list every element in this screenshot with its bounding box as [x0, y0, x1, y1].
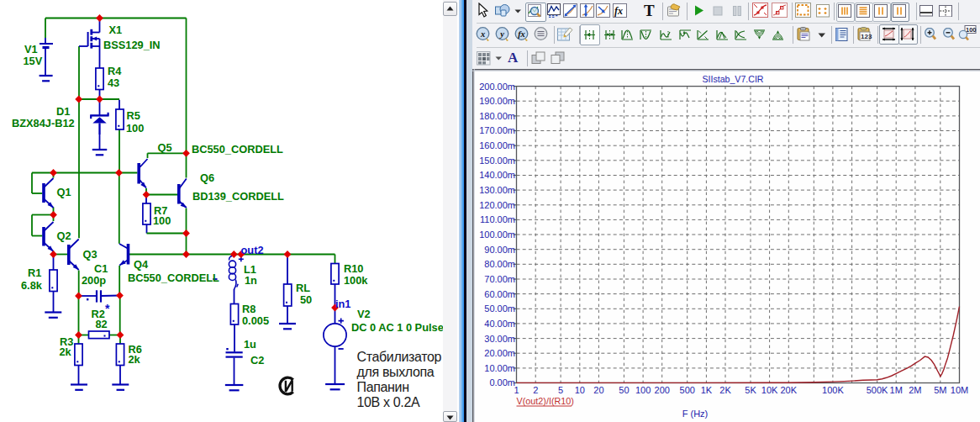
svg-text:BD139_CORDELL: BD139_CORDELL: [192, 190, 284, 203]
svg-text:20.00m: 20.00m: [484, 348, 515, 358]
svg-text:10: 10: [575, 385, 585, 395]
svg-text:BC550_CORDELL: BC550_CORDELL: [128, 272, 219, 284]
svg-text:150.00m: 150.00m: [479, 156, 515, 166]
svg-text:100k: 100k: [344, 274, 368, 287]
svg-text:Стабилизатор: Стабилизатор: [357, 350, 442, 364]
svg-text:130.00m: 130.00m: [479, 185, 515, 195]
svg-text:20: 20: [593, 385, 603, 395]
svg-text:1u: 1u: [244, 338, 256, 351]
svg-text:fx: fx: [518, 29, 525, 39]
svg-text:in1: in1: [335, 298, 351, 310]
svg-text:R1: R1: [28, 266, 41, 279]
svg-text:2M: 2M: [909, 385, 921, 395]
svg-text:fx: fx: [614, 5, 623, 17]
svg-text:170.00m: 170.00m: [479, 125, 515, 135]
svg-text:R10: R10: [344, 262, 363, 275]
svg-text:RL: RL: [296, 282, 310, 294]
svg-text:6.8k: 6.8k: [21, 279, 43, 292]
svg-text:43: 43: [108, 76, 119, 89]
svg-text:BC550_CORDELL: BC550_CORDELL: [192, 143, 283, 156]
svg-text:1M: 1M: [890, 385, 903, 395]
svg-text:*: *: [105, 302, 110, 315]
svg-text:2k: 2k: [129, 353, 141, 366]
svg-text:Папанин: Папанин: [357, 380, 409, 394]
svg-text:40.00m: 40.00m: [484, 319, 515, 329]
svg-text:Q1: Q1: [57, 186, 71, 198]
svg-text:140.00m: 140.00m: [479, 170, 515, 180]
svg-text:120.00m: 120.00m: [479, 200, 515, 210]
svg-text:10.00m: 10.00m: [484, 363, 515, 373]
svg-text:90.00m: 90.00m: [484, 245, 515, 255]
svg-text:180.00m: 180.00m: [479, 111, 515, 121]
svg-text:50: 50: [300, 293, 312, 306]
svg-text:70.00m: 70.00m: [484, 274, 515, 284]
svg-text:R5: R5: [127, 109, 140, 122]
svg-text:2: 2: [533, 385, 538, 395]
svg-text:Q5: Q5: [158, 141, 172, 154]
svg-text:1K: 1K: [701, 385, 713, 395]
svg-text:5: 5: [558, 385, 563, 395]
svg-text:2K: 2K: [719, 385, 731, 395]
svg-text:100: 100: [126, 122, 144, 135]
svg-text:V(out2)/I(R10): V(out2)/I(R10): [517, 396, 574, 406]
svg-text:82: 82: [96, 318, 108, 330]
svg-text:50: 50: [619, 385, 629, 395]
svg-text:Q4: Q4: [134, 258, 149, 271]
svg-text:DC 0 AC 1 0 Pulse: DC 0 AC 1 0 Pulse: [351, 321, 444, 334]
svg-text:5M: 5M: [934, 385, 946, 395]
svg-text:20K: 20K: [781, 385, 798, 395]
svg-text:30.00m: 30.00m: [484, 334, 515, 344]
svg-text:1n: 1n: [245, 274, 257, 287]
svg-text:200p: 200p: [82, 274, 106, 287]
svg-text:190.00m: 190.00m: [479, 96, 515, 106]
svg-text:0.005: 0.005: [242, 314, 269, 327]
svg-text:100K: 100K: [822, 385, 844, 395]
svg-text:для выхлопа: для выхлопа: [357, 365, 435, 379]
svg-text:10K: 10K: [761, 385, 778, 395]
svg-text:BZX84J-B12: BZX84J-B12: [12, 117, 75, 129]
svg-text:0.00m: 0.00m: [489, 377, 515, 388]
svg-text:50.00m: 50.00m: [484, 303, 515, 314]
svg-text:500: 500: [680, 385, 695, 395]
svg-text:110.00m: 110.00m: [480, 214, 515, 224]
svg-text:100: 100: [966, 26, 977, 34]
svg-text:10В x 0.2А: 10В x 0.2А: [357, 395, 420, 409]
svg-text:x: x: [480, 29, 485, 39]
svg-text:100.00m: 100.00m: [479, 229, 515, 240]
svg-text:1: 1: [514, 385, 519, 395]
svg-text:100: 100: [153, 214, 171, 227]
svg-text:60.00m: 60.00m: [484, 289, 515, 299]
svg-text:Q6: Q6: [200, 171, 214, 184]
svg-text:D1: D1: [56, 105, 70, 118]
svg-text:F (Hz): F (Hz): [682, 409, 709, 419]
svg-text:160.00m: 160.00m: [479, 140, 515, 150]
svg-text:200: 200: [655, 385, 670, 395]
svg-text:out2: out2: [241, 244, 264, 256]
svg-text:V2: V2: [357, 308, 371, 320]
svg-text:Q2: Q2: [57, 229, 71, 242]
svg-text:SIIstab_V7.CIR: SIIstab_V7.CIR: [702, 74, 763, 84]
svg-text:10M: 10M: [951, 385, 968, 395]
svg-text:C2: C2: [250, 354, 264, 367]
svg-text:500K: 500K: [867, 385, 888, 395]
svg-text:Q3: Q3: [83, 248, 97, 261]
svg-text:100: 100: [635, 385, 651, 395]
svg-text:y: y: [498, 29, 504, 39]
svg-text:200.00m: 200.00m: [479, 82, 515, 92]
svg-text:5K: 5K: [745, 385, 756, 395]
svg-text:C1: C1: [94, 262, 108, 275]
svg-text:123: 123: [861, 33, 872, 40]
svg-text:2k: 2k: [60, 346, 72, 358]
svg-text:80.00m: 80.00m: [484, 259, 515, 269]
